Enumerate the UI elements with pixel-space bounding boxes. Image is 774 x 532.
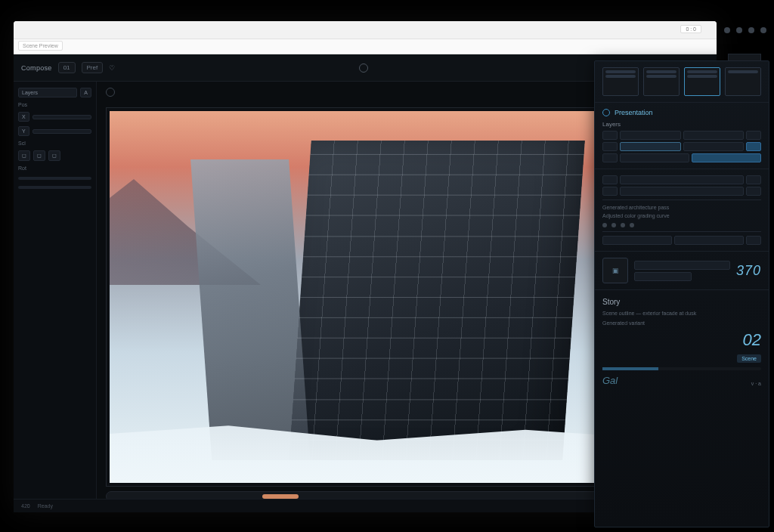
tray-icon-3[interactable] <box>748 27 754 33</box>
history-chip-b[interactable] <box>674 236 744 245</box>
sidebar-divider <box>18 177 91 180</box>
pos-x-val[interactable] <box>33 115 91 119</box>
tray-icon-4[interactable] <box>760 27 766 33</box>
thumb-2[interactable] <box>643 67 680 96</box>
sidebar-slider-1[interactable] <box>18 186 91 189</box>
info-icon[interactable] <box>602 109 610 116</box>
os-tray <box>724 27 766 33</box>
history-chip-a[interactable] <box>602 236 672 245</box>
rr-story: Story Scene outline — exterior facade at… <box>595 290 769 527</box>
signature: Gal <box>602 375 618 386</box>
sidebar-chip-layers[interactable]: Layers <box>18 88 77 97</box>
image-icon: ▣ <box>612 267 619 274</box>
layer-row-3[interactable] <box>602 153 761 162</box>
story-progress[interactable] <box>602 367 761 370</box>
scl-c[interactable]: ◻ <box>48 150 60 161</box>
layer-row-1[interactable] <box>602 131 761 140</box>
rr-presentation: Presentation Layers <box>595 103 769 169</box>
scl-a[interactable]: ◻ <box>18 150 30 161</box>
history-text-1: Generated architecture pass <box>602 204 761 212</box>
sidebar-left: Layers A Pos X Y Scl ◻ ◻ ◻ Rot <box>14 82 97 512</box>
menu-item-scene[interactable]: Scene Preview <box>18 41 63 51</box>
window-pill: 0 : 0 <box>680 25 701 33</box>
pan-icon[interactable] <box>106 88 115 97</box>
dot-icon[interactable] <box>602 223 607 227</box>
story-tag[interactable]: Scene <box>737 354 761 363</box>
window-menu-bar[interactable]: Scene Preview <box>14 39 717 54</box>
tray-icon-2[interactable] <box>736 27 742 33</box>
history-dots <box>602 223 761 227</box>
status-a: 420 <box>21 503 30 509</box>
rr-thumbnails <box>595 61 769 103</box>
sidebar-label-pos: Pos <box>18 102 91 107</box>
rr-card: ▣ 370 <box>595 252 769 290</box>
rr-history: Generated architecture pass Adjusted col… <box>595 169 769 252</box>
footnote: v · a <box>751 381 761 386</box>
target-icon[interactable] <box>359 63 368 73</box>
scl-b[interactable]: ◻ <box>33 150 45 161</box>
rr-layers-label: Layers <box>602 121 761 128</box>
story-heading: Story <box>602 298 761 306</box>
story-line-1: Scene outline — exterior facade at dusk <box>602 311 761 316</box>
pos-y-val[interactable] <box>33 129 91 134</box>
pos-y[interactable]: Y <box>18 126 29 136</box>
tray-icon-1[interactable] <box>724 27 730 33</box>
layer-eye-icon[interactable] <box>602 131 618 140</box>
card-thumb[interactable]: ▣ <box>602 258 628 283</box>
dot-icon[interactable] <box>621 223 625 227</box>
sidebar-label-scl: Scl <box>18 141 91 146</box>
thumb-3[interactable] <box>684 67 720 96</box>
rr-layer-rows <box>602 131 761 162</box>
sidebar-chip-a[interactable]: A <box>80 88 91 97</box>
layer-eye-icon[interactable] <box>602 142 618 151</box>
heart-icon[interactable]: ♡ <box>109 64 115 72</box>
history-chip-c[interactable] <box>746 236 761 245</box>
status-b: Ready <box>38 503 53 509</box>
thumb-4[interactable] <box>725 67 761 96</box>
sidebar-label-rot: Rot <box>18 165 91 171</box>
story-line-2: Generated variant <box>602 320 761 326</box>
app-title: Compose <box>21 64 52 72</box>
rr-presentation-title: Presentation <box>615 109 653 116</box>
artwork-grid <box>289 141 584 460</box>
story-number: 02 <box>743 330 761 350</box>
dot-icon[interactable] <box>611 223 616 227</box>
pos-x[interactable]: X <box>18 112 29 122</box>
window-title-bar[interactable]: 0 : 0 <box>14 21 717 39</box>
header-chip-2[interactable]: Pref <box>82 62 104 73</box>
thumb-1[interactable] <box>602 67 639 96</box>
history-row-1[interactable] <box>602 175 761 184</box>
right-rail-tab[interactable] <box>728 54 761 61</box>
dot-icon[interactable] <box>630 223 634 227</box>
header-chip-1[interactable]: 01 <box>58 62 76 73</box>
history-text-2: Adjusted color grading curve <box>602 212 761 221</box>
history-row-2[interactable] <box>602 187 761 196</box>
right-rail: Presentation Layers <box>594 60 769 527</box>
layer-eye-icon[interactable] <box>602 153 618 162</box>
artwork-building <box>289 141 584 460</box>
card-number: 370 <box>736 263 761 279</box>
layer-row-2[interactable] <box>602 142 761 151</box>
